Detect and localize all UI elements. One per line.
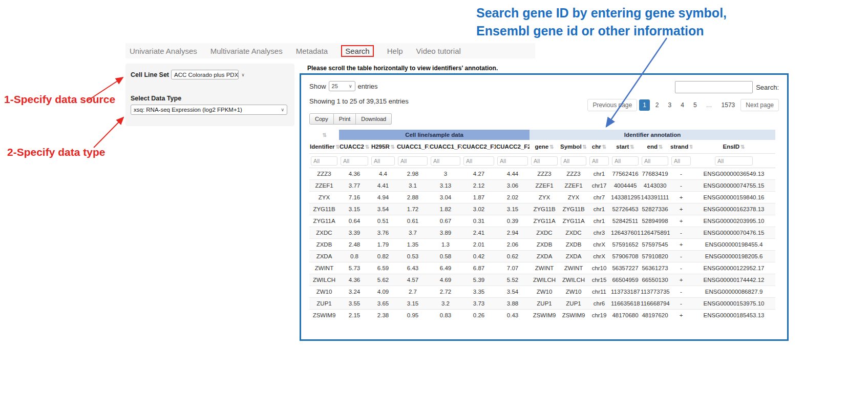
table-row[interactable]: ZZZ34.364.42.9834.274.44ZZZ3ZZZ3chr17756… (309, 168, 775, 180)
table-row[interactable]: ZUP13.553.653.153.23.733.88ZUP1ZUP1chr61… (309, 298, 775, 310)
column-header-cuacc2[interactable]: CUACC2⇅ (339, 140, 370, 154)
column-header-cuacc1_f1[interactable]: CUACC1_F1⇅ (396, 140, 429, 154)
page-button-1[interactable]: 1 (639, 99, 650, 111)
table-cell: 3.15 (496, 203, 530, 215)
page-button-5[interactable]: 5 (690, 99, 701, 111)
filter-input-start[interactable] (612, 156, 639, 166)
table-cell: 3 (429, 168, 462, 180)
download-button[interactable]: Download (356, 113, 392, 125)
table-row[interactable]: ZYX7.164.942.883.041.872.02ZYXZYXchr7143… (309, 192, 775, 203)
table-cell: - (670, 298, 692, 310)
table-cell: 113733187 (610, 286, 640, 298)
table-row[interactable]: ZXDA0.80.820.530.580.420.62ZXDAZXDAchrX5… (309, 251, 775, 262)
column-header-cuacc2_f2[interactable]: CUACC2_F2⇅ (496, 140, 530, 154)
table-cell: ENSG00000174442.12 (692, 274, 775, 286)
sort-icon[interactable]: ⇅ (365, 144, 369, 150)
table-cell: 3.55 (339, 298, 370, 310)
sort-icon[interactable]: ⇅ (659, 144, 663, 150)
table-cell: ZYG11A (530, 215, 559, 227)
page-button-3[interactable]: 3 (665, 99, 675, 111)
column-header-cuacc2_f1[interactable]: CUACC2_F1⇅ (462, 140, 496, 154)
sort-icon[interactable]: ⇅ (602, 144, 606, 150)
table-cell: ZWINT (559, 262, 588, 274)
column-header-symbol[interactable]: Symbol⇅ (559, 140, 588, 154)
table-search-input[interactable] (675, 81, 753, 93)
nav-item-video-tutorial[interactable]: Video tutorial (416, 47, 461, 55)
table-cell: ZZZ3 (530, 168, 559, 180)
table-row[interactable]: ZSWIM92.152.380.950.830.260.43ZSWIM9ZSWI… (309, 310, 775, 321)
sort-icon[interactable]: ⇅ (583, 144, 587, 150)
sort-icon[interactable]: ⇅ (549, 144, 554, 150)
nav-item-search[interactable]: Search (341, 45, 374, 57)
table-row[interactable]: ZYG11B3.153.541.721.823.023.15ZYG11BZYG1… (309, 203, 775, 215)
table-row[interactable]: ZYG11A0.640.510.610.670.310.39ZYG11AZYG1… (309, 215, 775, 227)
table-cell: + (670, 203, 692, 215)
sort-icon[interactable]: ⇅ (323, 132, 327, 138)
next-page-button[interactable]: Next page (740, 99, 779, 111)
table-cell: ENSG00000086827.9 (692, 286, 775, 298)
table-cell: 143391111 (640, 192, 670, 203)
page-length-select[interactable]: 25 ∨ (329, 81, 355, 91)
sort-icon[interactable]: ⇅ (689, 144, 692, 150)
nav-item-help[interactable]: Help (387, 47, 403, 55)
filter-input-identifier[interactable] (311, 156, 337, 166)
column-header-identifier[interactable]: Identifier⇅ (309, 140, 339, 154)
column-label: chr (592, 144, 601, 150)
filter-input-cuacc2_f2[interactable] (497, 156, 528, 166)
sort-icon[interactable]: ⇅ (630, 144, 634, 150)
page-button-2[interactable]: 2 (652, 99, 663, 111)
table-cell: 4004445 (610, 180, 640, 192)
table-row[interactable]: ZXDC3.393.763.73.892.412.94ZXDCZXDCchr31… (309, 227, 775, 239)
data-type-select[interactable]: xsq: RNA-seq Expression (log2 FPKM+1) ∨ (131, 105, 287, 115)
filter-input-cuacc1_f2[interactable] (431, 156, 460, 166)
column-header-start[interactable]: start⇅ (610, 140, 640, 154)
column-label: Symbol (560, 144, 582, 150)
nav-item-univariate-analyses[interactable]: Univariate Analyses (130, 47, 197, 55)
copy-button[interactable]: Copy (309, 113, 334, 125)
sort-icon[interactable]: ⇅ (391, 144, 395, 150)
table-row[interactable]: ZWINT5.736.596.436.496.877.07ZWINTZWINTc… (309, 262, 775, 274)
column-header-strand[interactable]: strand⇅ (670, 140, 692, 154)
table-cell: 0.8 (339, 251, 370, 262)
previous-page-button[interactable]: Previous page (587, 99, 637, 111)
filter-input-end[interactable] (642, 156, 668, 166)
table-cell: - (670, 286, 692, 298)
column-header-h295r[interactable]: H295R⇅ (370, 140, 396, 154)
table-cell: 4.27 (462, 168, 496, 180)
print-button[interactable]: Print (334, 113, 356, 125)
column-header-end[interactable]: end⇅ (640, 140, 670, 154)
table-row[interactable]: ZXDB2.481.791.351.32.012.06ZXDBZXDBchrX5… (309, 239, 775, 251)
page-button-1573[interactable]: 1573 (718, 99, 739, 111)
filter-input-cuacc2_f1[interactable] (463, 156, 494, 166)
filter-input-cuacc1_f1[interactable] (398, 156, 428, 166)
table-cell: 3.7 (396, 227, 429, 239)
sort-icon[interactable]: ⇅ (336, 144, 339, 150)
filter-input-ensid[interactable] (715, 156, 753, 166)
nav-item-metadata[interactable]: Metadata (296, 47, 328, 55)
filter-input-gene[interactable] (531, 156, 558, 166)
column-label: end (647, 144, 658, 150)
filter-input-cuacc2[interactable] (341, 156, 368, 166)
cell-line-select[interactable]: ACC Colorado plus PDX ∨ (171, 70, 239, 79)
sort-icon[interactable]: ⇅ (740, 144, 745, 150)
column-header-ensid[interactable]: EnsID⇅ (692, 140, 775, 154)
column-header-gene[interactable]: gene⇅ (530, 140, 559, 154)
filter-input-strand[interactable] (671, 156, 691, 166)
nav-item-multivariate-analyses[interactable]: Multivariate Analyses (210, 47, 283, 55)
column-header-chr[interactable]: chr⇅ (588, 140, 610, 154)
table-cell: 6.49 (429, 262, 462, 274)
table-cell: 0.39 (496, 215, 530, 227)
page-button-4[interactable]: 4 (677, 99, 688, 111)
table-row[interactable]: ZW103.244.092.72.723.353.54ZW10ZW10chr11… (309, 286, 775, 298)
table-cell: 2.12 (462, 180, 496, 192)
table-cell: ZXDC (309, 227, 339, 239)
filter-input-symbol[interactable] (561, 156, 586, 166)
filter-input-chr[interactable] (589, 156, 609, 166)
data-type-select-value: xsq: RNA-seq Expression (log2 FPKM+1) (134, 107, 242, 113)
annotation-step2: 2-Specify data type (7, 146, 105, 158)
table-cell: ZYG11A (559, 215, 588, 227)
table-row[interactable]: ZZEF13.774.413.13.132.123.06ZZEF1ZZEF1ch… (309, 180, 775, 192)
filter-input-h295r[interactable] (371, 156, 395, 166)
table-row[interactable]: ZWILCH4.365.624.574.695.395.52ZWILCHZWIL… (309, 274, 775, 286)
column-header-cuacc1_f2[interactable]: CUACC1_F2⇅ (429, 140, 462, 154)
